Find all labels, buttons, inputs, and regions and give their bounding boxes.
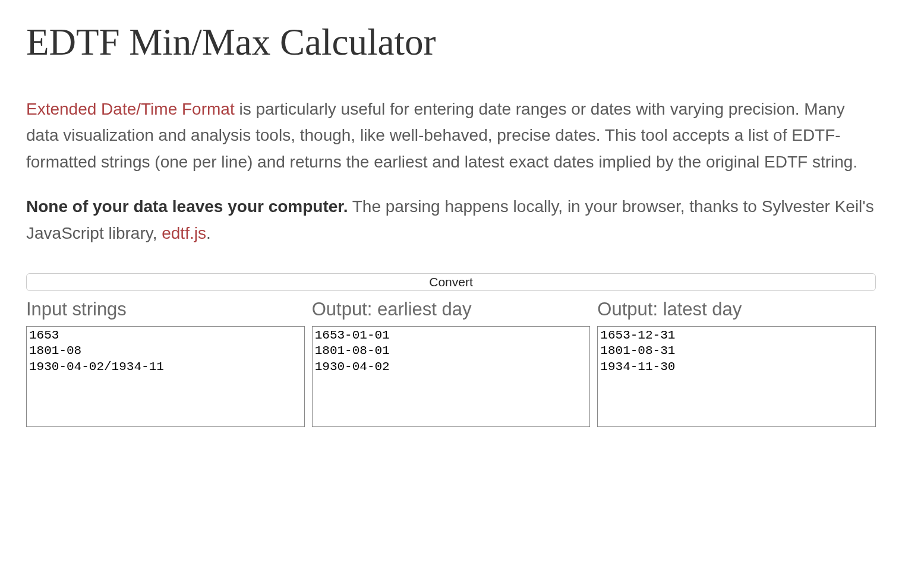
earliest-column: Output: earliest day (312, 295, 591, 435)
privacy-strong: None of your data leaves your computer. (26, 197, 348, 216)
page-title: EDTF Min/Max Calculator (26, 20, 876, 65)
convert-button[interactable]: Convert (26, 273, 876, 291)
latest-textarea[interactable] (597, 326, 876, 427)
latest-header: Output: latest day (597, 295, 876, 324)
privacy-paragraph: None of your data leaves your computer. … (26, 194, 876, 247)
intro-paragraph: Extended Date/Time Format is particularl… (26, 96, 876, 176)
earliest-header: Output: earliest day (312, 295, 591, 324)
edtfjs-link[interactable]: edtf.js (162, 224, 206, 242)
input-header: Input strings (26, 295, 305, 324)
latest-column: Output: latest day (597, 295, 876, 435)
privacy-after-link: . (206, 224, 211, 242)
columns-container: Input strings Output: earliest day Outpu… (26, 295, 876, 435)
edtf-link[interactable]: Extended Date/Time Format (26, 100, 235, 118)
input-column: Input strings (26, 295, 305, 435)
input-textarea[interactable] (26, 326, 305, 427)
earliest-textarea[interactable] (312, 326, 591, 427)
